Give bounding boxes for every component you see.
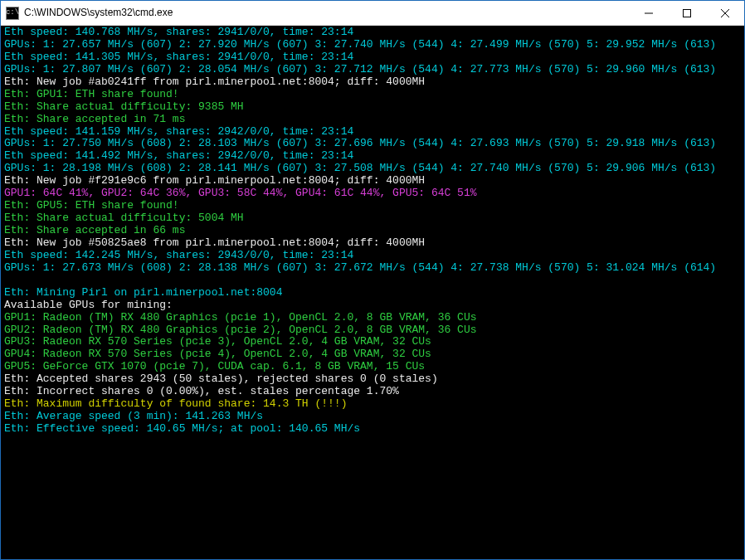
console-line: GPUs: 1: 28.198 MH/s (608) 2: 28.141 MH/… [4,162,716,174]
console-line: GPU1: 64C 41%, GPU2: 64C 36%, GPU3: 58C … [4,187,477,199]
console-line: Eth: New job #f291e9c6 from pirl.minerpo… [4,174,425,187]
console-line: GPUs: 1: 27.807 MH/s (607) 2: 28.054 MH/… [4,63,716,75]
console-line: GPU3: Radeon RX 570 Series (pcie 3), Ope… [4,335,431,348]
console-line: Eth: Maximum difficulty of found share: … [4,397,347,410]
console-line: Eth: New job #50825ae8 from pirl.minerpo… [4,236,425,249]
console-line: Eth speed: 140.768 MH/s, shares: 2941/0/… [4,26,353,38]
console-line: Eth speed: 141.305 MH/s, shares: 2941/0/… [4,51,353,63]
minimize-icon [645,9,653,17]
console-line: GPU1: Radeon (TM) RX 480 Graphics (pcie … [4,311,477,324]
close-button[interactable] [706,1,744,26]
console-line: GPUs: 1: 27.750 MH/s (608) 2: 28.103 MH/… [4,137,716,149]
console-line: GPUs: 1: 27.657 MH/s (607) 2: 27.920 MH/… [4,38,716,51]
cmd-icon: c:\ [6,7,19,20]
console-line: GPU4: Radeon RX 570 Series (pcie 4), Ope… [4,348,431,360]
cmd-window: c:\ C:\WINDOWS\system32\cmd.exe Eth spee… [0,0,745,560]
console-line: Eth speed: 141.159 MH/s, shares: 2942/0/… [4,125,353,138]
console-line: GPUs: 1: 27.673 MH/s (608) 2: 28.138 MH/… [4,261,716,274]
console-line: Eth: Accepted shares 2943 (50 stales), r… [4,373,438,385]
console-line [4,274,11,286]
console-line: GPU2: Radeon (TM) RX 480 Graphics (pcie … [4,324,477,336]
console-line: Eth: Share accepted in 71 ms [4,113,185,125]
window-controls [630,1,744,26]
console-line: Eth: Share accepted in 66 ms [4,224,185,236]
console-line: Eth: Share actual difficulty: 9385 MH [4,100,244,113]
titlebar: c:\ C:\WINDOWS\system32\cmd.exe [1,1,744,26]
console-line: Eth speed: 141.492 MH/s, shares: 2942/0/… [4,149,353,162]
console-line: Available GPUs for mining: [4,299,173,311]
console-line: Eth: Share actual difficulty: 5004 MH [4,212,244,224]
console-output[interactable]: Eth speed: 140.768 MH/s, shares: 2941/0/… [1,26,744,559]
console-line: Eth: Effective speed: 140.65 MH/s; at po… [4,422,360,435]
console-line: GPU5: GeForce GTX 1070 (pcie 7), CUDA ca… [4,360,425,373]
console-line: Eth: Mining Pirl on pirl.minerpool.net:8… [4,286,282,299]
console-line: Eth: GPU1: ETH share found! [4,88,179,100]
console-line: Eth: GPU5: ETH share found! [4,199,179,212]
minimize-button[interactable] [630,1,668,26]
console-line: Eth: New job #ab0241ff from pirl.minerpo… [4,75,425,88]
maximize-icon [683,9,691,17]
close-icon [721,9,729,17]
console-line: Eth: Incorrect shares 0 (0.00%), est. st… [4,385,399,397]
console-line: Eth: Average speed (3 min): 141.263 MH/s [4,410,263,422]
window-title: C:\WINDOWS\system32\cmd.exe [24,7,630,19]
svg-rect-1 [684,9,691,17]
console-line: Eth speed: 142.245 MH/s, shares: 2943/0/… [4,249,353,261]
maximize-button[interactable] [668,1,706,26]
